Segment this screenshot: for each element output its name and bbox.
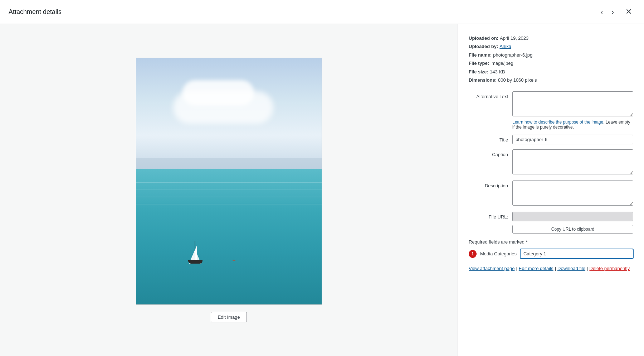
alt-text-row: Alternative Text Learn how to describe t… — [469, 91, 633, 130]
title-control — [512, 135, 633, 144]
modal-title: Attachment details — [9, 8, 597, 16]
uploaded-on-value: April 19, 2023 — [500, 34, 528, 42]
close-button[interactable]: ✕ — [622, 6, 635, 18]
file-url-control: Copy URL to clipboard — [512, 212, 633, 234]
alt-text-label: Alternative Text — [469, 91, 508, 100]
file-type-value: image/jpeg — [491, 59, 513, 67]
caption-label: Caption — [469, 149, 508, 158]
view-attachment-link[interactable]: View attachment page — [469, 266, 514, 271]
uploaded-by-row: Uploaded by: Anika — [469, 42, 633, 50]
sailboat — [188, 260, 203, 264]
delete-permanently-link[interactable]: Delete permanently — [589, 266, 630, 271]
media-categories-row: 1 Media Categories — [469, 249, 633, 259]
boat-hull — [188, 260, 203, 264]
footer-links: View attachment page | Edit more details… — [469, 266, 633, 271]
media-categories-input[interactable] — [520, 249, 633, 259]
details-panel: Uploaded on: April 19, 2023 Uploaded by:… — [458, 24, 644, 356]
dimensions-label: Dimensions: — [469, 76, 497, 84]
edit-image-button[interactable]: Edit Image — [211, 312, 247, 322]
modal-body: Edit Image Uploaded on: April 19, 2023 U… — [0, 24, 644, 356]
edit-more-details-link[interactable]: Edit more details — [519, 266, 553, 271]
form-section: Alternative Text Learn how to describe t… — [469, 91, 633, 234]
file-info: Uploaded on: April 19, 2023 Uploaded by:… — [469, 34, 633, 84]
file-name-value: photographer-6.jpg — [493, 51, 532, 59]
file-type-row: File type: image/jpeg — [469, 59, 633, 67]
modal-nav: ‹ › ✕ — [597, 6, 635, 18]
copy-url-button[interactable]: Copy URL to clipboard — [512, 225, 633, 234]
file-type-label: File type: — [469, 59, 489, 67]
alt-text-input[interactable] — [512, 91, 633, 116]
download-file-link[interactable]: Download file — [557, 266, 585, 271]
alt-text-help: Learn how to describe the purpose of the… — [512, 120, 633, 130]
description-row: Description — [469, 181, 633, 207]
image-container — [136, 58, 322, 305]
media-categories-label: Media Categories — [480, 251, 517, 256]
file-url-label: File URL: — [469, 212, 508, 220]
ocean-layer — [136, 169, 322, 304]
uploaded-on-row: Uploaded on: April 19, 2023 — [469, 34, 633, 42]
caption-control — [512, 149, 633, 175]
modal-header: Attachment details ‹ › ✕ — [0, 0, 644, 24]
cloud-decoration-2 — [173, 91, 273, 124]
small-boat — [233, 260, 235, 261]
media-categories-badge: 1 — [469, 250, 477, 258]
description-label: Description — [469, 181, 508, 189]
title-label: Title — [469, 135, 508, 143]
required-note: Required fields are marked * — [469, 239, 633, 245]
alt-text-control: Learn how to describe the purpose of the… — [512, 91, 633, 130]
file-size-row: File size: 143 KB — [469, 68, 633, 76]
ocean-shimmer — [136, 182, 322, 183]
file-url-row: File URL: Copy URL to clipboard — [469, 212, 633, 234]
mountains-layer — [136, 158, 322, 169]
dimensions-row: Dimensions: 800 by 1060 pixels — [469, 76, 633, 84]
caption-row: Caption — [469, 149, 633, 175]
description-input[interactable] — [512, 181, 633, 206]
file-name-label: File name: — [469, 51, 492, 59]
title-row: Title — [469, 135, 633, 144]
caption-input[interactable] — [512, 149, 633, 174]
attachment-image — [136, 58, 322, 305]
next-button[interactable]: › — [608, 6, 618, 18]
image-panel: Edit Image — [0, 24, 458, 356]
description-control — [512, 181, 633, 207]
file-size-label: File size: — [469, 68, 488, 76]
attachment-details-modal: Attachment details ‹ › ✕ — [0, 0, 644, 356]
uploaded-by-link[interactable]: Anika — [499, 42, 511, 50]
uploaded-on-label: Uploaded on: — [469, 34, 498, 42]
uploaded-by-label: Uploaded by: — [469, 42, 498, 50]
dimensions-value: 800 by 1060 pixels — [498, 76, 537, 84]
file-name-row: File name: photographer-6.jpg — [469, 51, 633, 59]
alt-text-help-link[interactable]: Learn how to describe the purpose of the… — [512, 120, 603, 125]
file-size-value: 143 KB — [490, 68, 505, 76]
sky-layer — [136, 58, 322, 169]
prev-button[interactable]: ‹ — [597, 6, 607, 18]
file-url-input — [512, 212, 633, 221]
title-input[interactable] — [512, 135, 633, 144]
